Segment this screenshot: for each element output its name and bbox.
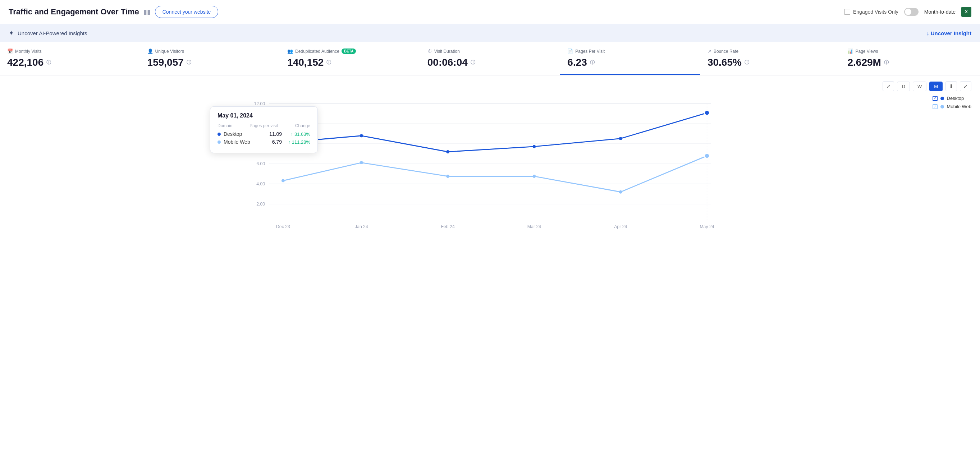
tooltip-mobile-row: Mobile Web 6.79 ↑ 111.28% xyxy=(218,139,310,145)
tooltip-mobile-value: 6.79 xyxy=(264,139,282,145)
metrics-row: 📅 Monthly Visits 422,106 ⓘ 👤 Unique Visi… xyxy=(0,42,980,75)
tooltip-header: Domain Pages per visit Change xyxy=(218,123,310,128)
metric-label-row-0: 📅 Monthly Visits xyxy=(7,49,133,54)
uncover-insight-link[interactable]: ↓ Uncover Insight xyxy=(926,30,971,36)
metric-card-bounce-rate[interactable]: ↗ Bounce Rate 30.65% ⓘ xyxy=(700,42,840,75)
desktop-point-apr xyxy=(619,137,622,140)
metric-card-unique-visitors[interactable]: 👤 Unique Visitors 159,057 ⓘ xyxy=(140,42,280,75)
metric-value-4: 6.23 ⓘ xyxy=(567,57,693,68)
engaged-visits-label[interactable]: Engaged Visits Only xyxy=(845,9,898,15)
metric-label-row-4: 📄 Pages Per Visit xyxy=(567,49,693,54)
insights-label: Uncover AI-Powered Insights xyxy=(18,30,87,36)
up-arrow-desktop: ↑ xyxy=(291,132,293,137)
mobile-label: Mobile Web xyxy=(947,104,971,109)
info-icon-1[interactable]: ⓘ xyxy=(186,59,191,66)
connect-website-button[interactable]: Connect your website xyxy=(155,6,219,18)
header-right: Engaged Visits Only Month-to-date X xyxy=(845,7,971,17)
week-button[interactable]: W xyxy=(913,82,926,91)
metric-icon-5: ↗ xyxy=(708,49,711,54)
mobile-point-mar xyxy=(533,174,536,178)
tooltip-col-domain: Domain xyxy=(218,123,232,128)
svg-text:4.00: 4.00 xyxy=(256,181,265,187)
engaged-visits-checkbox[interactable] xyxy=(845,9,850,15)
metric-number-6: 2.629M xyxy=(847,57,881,68)
chart-tooltip: May 01, 2024 Domain Pages per visit Chan… xyxy=(210,106,318,153)
desktop-point-mar xyxy=(533,145,536,148)
metric-icon-6: 📊 xyxy=(847,49,853,54)
metric-label-4: Pages Per Visit xyxy=(575,49,605,54)
tooltip-col-pages: Pages per visit xyxy=(250,123,278,128)
mobile-point-jan xyxy=(360,161,363,164)
svg-text:Dec 23: Dec 23 xyxy=(276,224,290,229)
metric-value-1: 159,057 ⓘ xyxy=(147,57,273,68)
tooltip-mobile-change: ↑ 111.28% xyxy=(285,140,310,145)
mobile-checkbox[interactable] xyxy=(932,104,937,109)
metric-icon-0: 📅 xyxy=(7,49,13,54)
desktop-checkbox[interactable] xyxy=(932,96,937,101)
info-icon-3[interactable]: ⓘ xyxy=(471,59,475,66)
metric-card-visit-duration[interactable]: ⏱ Visit Duration 00:06:04 ⓘ xyxy=(420,42,560,75)
desktop-point-feb xyxy=(446,150,449,154)
svg-text:12.00: 12.00 xyxy=(254,102,265,106)
metric-label-row-5: ↗ Bounce Rate xyxy=(708,49,833,54)
metric-value-2: 140,152 ⓘ xyxy=(287,57,413,68)
insights-left: ✦ Uncover AI-Powered Insights xyxy=(9,29,87,37)
chart-container: Desktop Mobile Web 12.00 10.00 8.00 6.00… xyxy=(9,95,971,233)
share-button[interactable]: ⤢ xyxy=(960,81,971,91)
metric-icon-2: 👥 xyxy=(287,49,293,54)
tooltip-desktop-domain: Desktop xyxy=(218,131,261,137)
tooltip-desktop-value: 11.09 xyxy=(264,131,282,137)
metric-value-6: 2.629M ⓘ xyxy=(847,57,973,68)
mobile-point-feb xyxy=(446,174,449,178)
svg-text:May 24: May 24 xyxy=(700,224,714,229)
metric-label-row-1: 👤 Unique Visitors xyxy=(147,49,273,54)
metric-number-1: 159,057 xyxy=(147,57,184,68)
chart-controls: ⤢ D W M ⬇ ⤢ xyxy=(9,81,971,91)
metric-icon-1: 👤 xyxy=(147,49,153,54)
download-button[interactable]: ⬇ xyxy=(945,81,957,91)
metric-label-row-3: ⏱ Visit Duration xyxy=(428,49,553,54)
metric-card-deduplicated-audience[interactable]: 👥 Deduplicated AudienceBETA 140,152 ⓘ xyxy=(280,42,420,75)
page-title: Traffic and Engagement Over Time xyxy=(9,7,139,16)
page-header: Traffic and Engagement Over Time ▮▮ Conn… xyxy=(0,0,980,24)
metric-label-5: Bounce Rate xyxy=(714,49,738,54)
tooltip-desktop-dot xyxy=(218,133,221,136)
tooltip-mobile-domain: Mobile Web xyxy=(218,139,261,145)
metric-label-6: Page Views xyxy=(855,49,878,54)
metric-number-2: 140,152 xyxy=(287,57,323,68)
metric-number-4: 6.23 xyxy=(567,57,587,68)
metric-label-2: Deduplicated Audience xyxy=(295,49,339,54)
metric-card-page-views[interactable]: 📊 Page Views 2.629M ⓘ xyxy=(840,42,980,75)
line-chart: 12.00 10.00 8.00 6.00 4.00 2.00 xyxy=(9,95,971,232)
chart-section: ⤢ D W M ⬇ ⤢ Desktop Mobile Web xyxy=(0,75,980,242)
chart-legend: Desktop Mobile Web xyxy=(932,95,971,109)
excel-export-button[interactable]: X xyxy=(961,7,971,17)
metric-icon-3: ⏱ xyxy=(428,49,432,54)
info-icon-4[interactable]: ⓘ xyxy=(590,59,595,66)
metric-label-row-6: 📊 Page Views xyxy=(847,49,973,54)
info-icon-0[interactable]: ⓘ xyxy=(46,59,51,66)
month-button[interactable]: M xyxy=(929,82,943,91)
mobile-dot xyxy=(940,105,944,108)
metric-value-5: 30.65% ⓘ xyxy=(708,57,833,68)
tooltip-desktop-change: ↑ 31.63% xyxy=(285,132,310,137)
day-button[interactable]: D xyxy=(897,82,910,91)
metric-card-pages-per-visit[interactable]: 📄 Pages Per Visit 6.23 ⓘ xyxy=(560,42,700,75)
metric-value-3: 00:06:04 ⓘ xyxy=(428,57,553,68)
info-icon-6[interactable]: ⓘ xyxy=(884,59,889,66)
legend-mobile[interactable]: Mobile Web xyxy=(932,104,971,109)
info-icon-5[interactable]: ⓘ xyxy=(745,59,749,66)
down-arrow-icon: ↓ xyxy=(926,30,929,36)
metric-card-monthly-visits[interactable]: 📅 Monthly Visits 422,106 ⓘ xyxy=(0,42,140,75)
metric-value-0: 422,106 ⓘ xyxy=(7,57,133,68)
beta-badge: BETA xyxy=(342,49,356,54)
svg-text:2.00: 2.00 xyxy=(256,201,265,206)
svg-text:Jan 24: Jan 24 xyxy=(355,224,368,229)
svg-text:Apr 24: Apr 24 xyxy=(614,224,627,229)
engaged-visits-toggle[interactable] xyxy=(904,8,918,16)
line-chart-button[interactable]: ⤢ xyxy=(883,81,894,91)
info-icon-2[interactable]: ⓘ xyxy=(326,59,331,66)
uncover-link-text: Uncover Insight xyxy=(931,30,971,36)
legend-desktop[interactable]: Desktop xyxy=(932,95,971,101)
desktop-label: Desktop xyxy=(947,95,964,101)
